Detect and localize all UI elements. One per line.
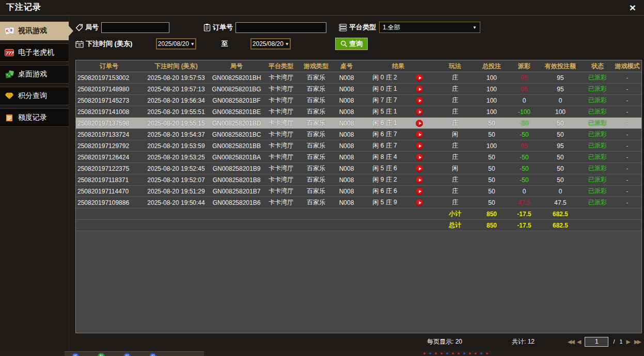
total-bet: 100 [474,86,510,93]
column-header-payout: 派彩 [510,62,539,71]
next-page-icon[interactable]: ▶ [626,338,631,345]
game-type: 百家乐 [299,119,333,127]
quota-doc-icon [4,114,14,122]
round-no: GN008258201B7 [210,188,263,195]
game-type: 百家乐 [299,187,333,196]
table-row[interactable]: 2508201971223752025-08-20 19:52:45GN0082… [76,163,641,174]
sidebar-item-quota[interactable]: 额度记录 [0,108,69,127]
total-bet: 50 [474,188,510,195]
status: 已派彩 [582,187,613,196]
video-cards-icon: K9 [4,27,14,35]
table-row[interactable]: 2508201971452732025-08-20 19:56:34GN0082… [76,95,641,106]
round-no: GN008258201BF [210,97,263,104]
first-page-icon[interactable]: ◀◀ [568,338,573,345]
table-row[interactable]: 2508201971337242025-08-20 19:54:37GN0082… [76,129,641,140]
order-no: 250820197129792 [76,142,142,150]
sidebar-item-slots[interactable]: 777 电子老虎机 [0,43,69,62]
table-no: N008 [333,165,360,172]
table-row[interactable]: 2508201971297922025-08-20 19:53:59GN0082… [76,140,641,152]
last-page-icon[interactable]: ▶▶ [634,338,640,345]
replay-play-icon[interactable] [416,86,423,93]
replay-play-icon[interactable] [416,199,423,206]
result: 闲 5 庄 1 [360,107,436,116]
table-no: N008 [333,176,360,184]
svg-text:777: 777 [6,51,14,56]
replay-play-icon[interactable] [416,108,423,116]
status: 已派彩 [582,198,613,207]
replay-play-icon[interactable] [416,165,423,172]
payout: -50 [510,165,539,172]
roadmap-dot [469,352,471,354]
table-row[interactable]: 2508201971489802025-08-20 19:57:13GN0082… [76,84,641,95]
total-bet: 50 [474,165,510,172]
table-row[interactable]: 2508201971098862025-08-20 19:50:44GN0082… [76,197,641,208]
sidebar: K9 视讯游戏 777 电子老虎机 桌面游戏 积分查询 [0,15,69,351]
replay-play-icon[interactable] [416,188,423,195]
total-bet: 100 [474,108,510,116]
platform-type-select[interactable]: 1.全部 ▼ [379,22,480,33]
round-no: GN008258201B9 [210,165,263,172]
table-row[interactable]: 2508201971410082025-08-20 19:55:51GN0082… [76,106,641,118]
replay-play-icon[interactable] [416,142,423,150]
bet-time: 2025-08-20 19:55:15 [142,120,210,127]
platform: 卡卡湾厅 [263,175,299,184]
close-icon[interactable]: × [627,3,638,13]
bet-type: 庄 [436,141,474,150]
replay-play-icon[interactable] [416,154,423,161]
round-no-input[interactable] [101,22,169,33]
game-mode: - [613,176,641,184]
total-bet: 50 [474,131,510,138]
table-row[interactable]: 2508201971183712025-08-20 19:52:07GN0082… [76,174,641,186]
result: 闲 5 庄 9 [360,198,436,207]
date-to-picker[interactable]: 2025/08/20 ▼ [250,38,291,50]
valid-bet: 50 [539,120,582,127]
roadmap-dots [423,352,491,355]
sidebar-item-table-games[interactable]: 桌面游戏 [0,65,69,84]
round-no: GN008258201BB [210,142,263,150]
replay-play-icon[interactable] [416,131,423,138]
date-from-picker[interactable]: 2025/08/20 ▼ [156,38,196,50]
payout: -50 [510,131,539,138]
table-row[interactable]: 2508201971530022025-08-20 19:57:53GN0082… [76,72,641,84]
result: 闲 6 庄 6 [360,187,436,196]
replay-play-icon[interactable] [416,97,423,104]
page-number-input[interactable] [585,337,608,347]
game-type: 百家乐 [299,175,333,184]
sidebar-item-points[interactable]: 积分查询 [0,87,69,105]
bet-type: 庄 [436,175,474,184]
result-text: 闲 7 庄 7 [360,96,410,105]
table-header-row: 订单号下注时间 (美东)局号平台类型游戏类型桌号结果玩法总投注派彩有效投注额状态… [76,60,641,72]
round-no-label-group: 局号 [75,23,99,32]
order-no-input[interactable] [235,22,326,33]
payout: 95 [510,74,539,82]
table-no: N008 [333,142,360,150]
slots-777-icon: 777 [4,48,14,57]
total-bet: 50 [474,176,510,184]
game-mode: - [613,142,641,150]
replay-play-icon[interactable] [416,176,423,184]
sidebar-item-video-games[interactable]: K9 视讯游戏 [0,22,69,40]
roadmap-dot [435,352,437,354]
valid-bet: 95 [539,86,582,93]
order-no: 250820197153002 [76,74,142,82]
table-row[interactable]: 2508201971375982025-08-20 19:55:15GN0082… [76,118,641,129]
roadmap-dot [480,352,482,354]
table-row[interactable]: 2508201971144702025-08-20 19:51:29GN0082… [76,186,641,197]
valid-bet: 100 [539,108,582,116]
replay-play-icon[interactable] [416,74,423,82]
result: 闲 6 庄 1 [360,119,436,127]
game-type: 百家乐 [299,198,333,207]
game-mode: - [613,188,641,195]
table-row[interactable]: 2508201971264242025-08-20 19:53:25GN0082… [76,152,641,163]
subtotal-row-bet-type: 小计 [436,209,474,218]
replay-play-icon[interactable] [416,120,423,127]
page-size-label: 每页显示: 20 [427,337,462,346]
query-button[interactable]: 查询 [335,38,368,50]
prev-page-icon[interactable]: ◀ [577,338,581,345]
bet-type: 庄 [436,73,474,82]
order-no: 250820197118371 [76,176,142,184]
platform: 卡卡湾厅 [263,107,299,116]
table-no: N008 [333,108,360,116]
roadmap-dot [463,352,465,354]
result-text: 闲 6 庄 1 [360,119,410,127]
